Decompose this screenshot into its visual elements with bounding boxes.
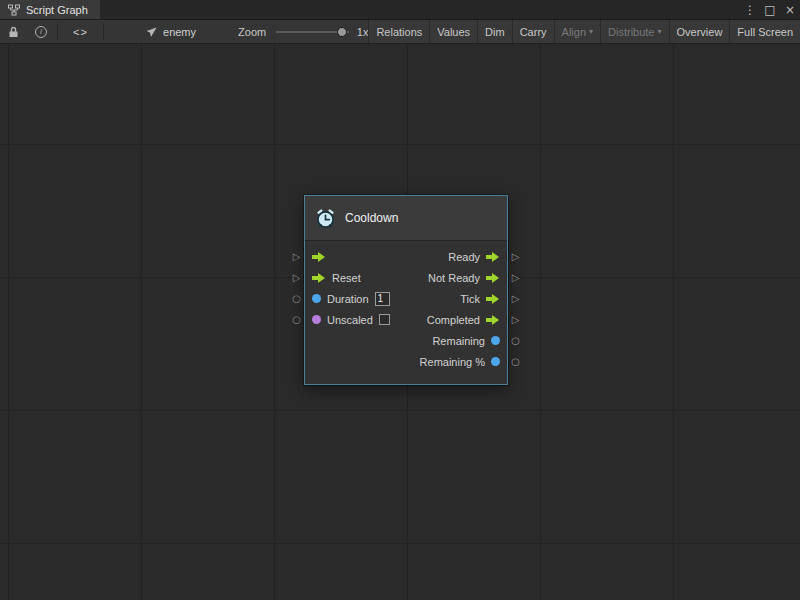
port-row: Ready xyxy=(305,246,507,267)
value-port-outline-icon[interactable]: ○ xyxy=(508,330,523,351)
menu-icon[interactable]: ⋮ xyxy=(740,0,760,19)
window-controls: ⋮ □ × xyxy=(740,0,800,19)
port-ready[interactable]: Ready xyxy=(448,251,500,263)
float-port-icon xyxy=(491,357,500,366)
external-ports-right: ▷ ▷ ▷ ▷ ○ ○ xyxy=(508,195,523,372)
align-label: Align xyxy=(562,26,586,38)
graph-pointer-icon xyxy=(146,26,158,38)
port-row: Unscaled Completed xyxy=(305,309,507,330)
align-button[interactable]: Align ▾ xyxy=(554,20,600,43)
carry-button[interactable]: Carry xyxy=(512,20,554,43)
port-marker-empty xyxy=(289,351,304,372)
port-remaining-percent[interactable]: Remaining % xyxy=(420,356,500,368)
unscaled-checkbox[interactable] xyxy=(379,314,390,325)
port-row: Reset Not Ready xyxy=(305,267,507,288)
chevron-down-icon: ▾ xyxy=(658,27,662,36)
flow-port-outline-icon[interactable]: ▷ xyxy=(508,267,523,288)
zoom-slider-handle[interactable] xyxy=(337,27,347,37)
value-port-outline-icon[interactable]: ○ xyxy=(289,288,304,309)
port-row: Remaining xyxy=(305,330,507,351)
port-flow-enter[interactable] xyxy=(312,252,326,262)
flow-arrow-icon xyxy=(486,252,500,262)
port-label: Duration xyxy=(327,293,369,305)
flow-port-outline-icon[interactable]: ▷ xyxy=(508,288,523,309)
flow-arrow-icon xyxy=(486,273,500,283)
zoom-label: Zoom xyxy=(238,26,266,38)
maximize-icon[interactable]: □ xyxy=(760,0,780,19)
flow-port-outline-icon[interactable]: ▷ xyxy=(289,246,304,267)
flow-arrow-icon xyxy=(312,252,326,262)
port-unscaled[interactable]: Unscaled xyxy=(312,314,390,326)
float-port-icon xyxy=(312,294,321,303)
chevron-down-icon: ▾ xyxy=(589,27,593,36)
code-preview-button[interactable]: <> xyxy=(60,20,101,43)
dim-button[interactable]: Dim xyxy=(477,20,512,43)
port-label: Completed xyxy=(427,314,480,326)
value-port-outline-icon[interactable]: ○ xyxy=(289,309,304,330)
relations-button[interactable]: Relations xyxy=(368,20,429,43)
port-reset[interactable]: Reset xyxy=(312,272,361,284)
lock-icon xyxy=(8,26,19,38)
lock-button[interactable] xyxy=(0,20,27,43)
float-port-icon xyxy=(491,336,500,345)
flow-arrow-icon xyxy=(486,315,500,325)
toolbar-divider xyxy=(57,23,58,40)
node-body: Ready Reset Not Ready xyxy=(305,241,507,384)
close-icon[interactable]: × xyxy=(780,0,800,19)
flow-port-outline-icon[interactable]: ▷ xyxy=(508,246,523,267)
zoom-value: 1x xyxy=(357,26,369,38)
script-graph-icon xyxy=(8,4,20,16)
toolbar-actions: Relations Values Dim Carry Align ▾ Distr… xyxy=(368,20,800,43)
values-button[interactable]: Values xyxy=(429,20,477,43)
node-box[interactable]: Cooldown Ready xyxy=(304,195,508,385)
graph-name: enemy xyxy=(163,26,196,38)
port-label: Unscaled xyxy=(327,314,373,326)
titlebar: Script Graph ⋮ □ × xyxy=(0,0,800,20)
cooldown-timer-icon xyxy=(315,208,336,229)
port-remaining[interactable]: Remaining xyxy=(432,335,500,347)
port-label: Not Ready xyxy=(428,272,480,284)
flow-port-outline-icon[interactable]: ▷ xyxy=(289,267,304,288)
flow-port-outline-icon[interactable]: ▷ xyxy=(508,309,523,330)
port-row: Remaining % xyxy=(305,351,507,372)
node-title: Cooldown xyxy=(345,211,398,225)
unity-visual-scripting-window: Script Graph ⋮ □ × i <> enemy Zoom xyxy=(0,0,800,600)
info-icon: i xyxy=(35,26,47,38)
port-label: Remaining xyxy=(432,335,485,347)
cooldown-node[interactable]: ▷ ▷ ○ ○ Cooldown xyxy=(289,195,523,385)
distribute-button[interactable]: Distribute ▾ xyxy=(600,20,668,43)
graph-toolbar: i <> enemy Zoom 1x Relations Values Dim … xyxy=(0,20,800,44)
bool-port-icon xyxy=(312,315,321,324)
external-ports-left: ▷ ▷ ○ ○ xyxy=(289,195,304,372)
fullscreen-button[interactable]: Full Screen xyxy=(729,20,800,43)
port-duration[interactable]: Duration xyxy=(312,292,390,306)
duration-field[interactable] xyxy=(375,292,390,306)
value-port-outline-icon[interactable]: ○ xyxy=(508,351,523,372)
flow-arrow-icon xyxy=(312,273,326,283)
graph-canvas[interactable]: ▷ ▷ ○ ○ Cooldown xyxy=(0,44,800,600)
port-completed[interactable]: Completed xyxy=(427,314,500,326)
flow-arrow-icon xyxy=(486,294,500,304)
tab-label: Script Graph xyxy=(26,4,88,16)
port-row: Duration Tick xyxy=(305,288,507,309)
info-button[interactable]: i xyxy=(27,20,55,43)
port-not-ready[interactable]: Not Ready xyxy=(428,272,500,284)
tab-script-graph[interactable]: Script Graph xyxy=(0,0,100,19)
toolbar-divider xyxy=(103,23,104,40)
node-header[interactable]: Cooldown xyxy=(305,196,507,241)
port-label: Ready xyxy=(448,251,480,263)
port-tick[interactable]: Tick xyxy=(460,293,500,305)
graph-breadcrumb[interactable]: enemy xyxy=(140,20,202,43)
overview-button[interactable]: Overview xyxy=(669,20,730,43)
port-label: Tick xyxy=(460,293,480,305)
port-label: Reset xyxy=(332,272,361,284)
port-marker-empty xyxy=(289,330,304,351)
port-label: Remaining % xyxy=(420,356,485,368)
distribute-label: Distribute xyxy=(608,26,654,38)
zoom-slider[interactable] xyxy=(276,31,349,33)
